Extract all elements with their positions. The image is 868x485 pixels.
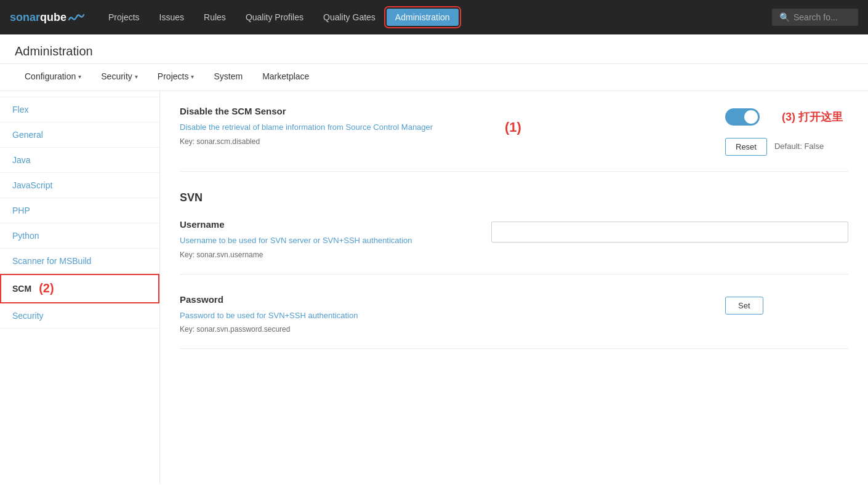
sidebar-top-placeholder bbox=[0, 91, 159, 97]
page-title: Administration bbox=[15, 44, 853, 58]
sidebar-item-php[interactable]: PHP bbox=[0, 198, 159, 223]
sidebar: Flex General Java JavaScript PHP Python … bbox=[0, 91, 160, 484]
sidebar-item-java[interactable]: Java bbox=[0, 148, 159, 173]
annotation-1: (1) bbox=[505, 119, 521, 135]
nav-rules[interactable]: Rules bbox=[195, 9, 235, 26]
nav-issues[interactable]: Issues bbox=[151, 9, 193, 26]
setting-control-password: Set bbox=[725, 294, 848, 315]
setting-control-disable-scm: (3) 打开这里 Reset Default: False bbox=[725, 106, 848, 156]
sidebar-item-javascript[interactable]: JavaScript bbox=[0, 173, 159, 198]
sidebar-item-python[interactable]: Python bbox=[0, 223, 159, 249]
page-header: Administration bbox=[0, 34, 868, 64]
annotation-2: (2) bbox=[39, 281, 54, 295]
default-label: Default: False bbox=[774, 137, 824, 156]
setting-info-password: Password Password to be used for SVN+SSH… bbox=[180, 294, 710, 334]
main-layout: Flex General Java JavaScript PHP Python … bbox=[0, 91, 868, 484]
sidebar-item-general[interactable]: General bbox=[0, 122, 159, 148]
setting-title-username: Username bbox=[180, 219, 476, 230]
sidebar-item-security[interactable]: Security bbox=[0, 303, 159, 329]
subnav-security[interactable]: Security ▾ bbox=[91, 64, 148, 90]
setting-row-password: Password Password to be used for SVN+SSH… bbox=[180, 294, 848, 334]
sidebar-item-scanner-msbuild[interactable]: Scanner for MSBuild bbox=[0, 249, 159, 274]
main-content: Disable the SCM Sensor Disable the retri… bbox=[160, 91, 868, 484]
search-box[interactable]: 🔍 Search fo... bbox=[772, 9, 858, 26]
setting-row-username: Username Username to be used for SVN ser… bbox=[180, 219, 848, 259]
setting-desc-username: Username to be used for SVN server or SV… bbox=[180, 234, 476, 247]
username-input[interactable] bbox=[491, 222, 848, 242]
annotation-3: (3) 打开这里 bbox=[782, 110, 843, 124]
toggle-row: (3) 打开这里 bbox=[725, 108, 843, 126]
subnav-configuration[interactable]: Configuration ▾ bbox=[15, 64, 91, 90]
setting-title-disable-scm: Disable the SCM Sensor bbox=[180, 106, 710, 116]
nav-administration[interactable]: Administration bbox=[387, 9, 459, 26]
section-disable-scm: Disable the SCM Sensor Disable the retri… bbox=[180, 106, 848, 172]
nav-quality-profiles[interactable]: Quality Profiles bbox=[237, 9, 312, 26]
setting-key-password: Key: sonar.svn.password.secured bbox=[180, 325, 710, 334]
setting-key-disable-scm: Key: sonar.scm.disabled bbox=[180, 137, 710, 146]
sub-navigation: Configuration ▾ Security ▾ Projects ▾ Sy… bbox=[0, 64, 868, 91]
section-password: Password Password to be used for SVN+SSH… bbox=[180, 294, 848, 350]
setting-key-username: Key: sonar.svn.username bbox=[180, 251, 476, 259]
setting-info-username: Username Username to be used for SVN ser… bbox=[180, 219, 476, 259]
nav-quality-gates[interactable]: Quality Gates bbox=[315, 9, 384, 26]
toggle-knob bbox=[744, 110, 758, 124]
chevron-down-icon: ▾ bbox=[78, 73, 81, 80]
top-navigation: sonarqube Projects Issues Rules Quality … bbox=[0, 0, 868, 34]
setting-title-password: Password bbox=[180, 294, 710, 305]
subnav-system[interactable]: System bbox=[204, 64, 252, 90]
search-icon: 🔍 bbox=[779, 12, 790, 22]
nav-projects[interactable]: Projects bbox=[100, 9, 148, 26]
search-placeholder: Search fo... bbox=[794, 12, 838, 22]
section-username: Username Username to be used for SVN ser… bbox=[180, 219, 848, 275]
setting-info-disable-scm: Disable the SCM Sensor Disable the retri… bbox=[180, 106, 710, 146]
reset-button[interactable]: Reset bbox=[725, 138, 767, 156]
logo[interactable]: sonarqube bbox=[10, 11, 85, 24]
chevron-down-icon: ▾ bbox=[135, 73, 138, 80]
subnav-projects[interactable]: Projects ▾ bbox=[148, 64, 204, 90]
sidebar-item-flex[interactable]: Flex bbox=[0, 97, 159, 122]
setting-desc-password: Password to be used for SVN+SSH authenti… bbox=[180, 310, 710, 322]
svn-section-heading: SVN bbox=[180, 191, 848, 204]
setting-desc-disable-scm: Disable the retrieval of blame informati… bbox=[180, 121, 710, 134]
nav-items: Projects Issues Rules Quality Profiles Q… bbox=[100, 9, 772, 26]
sidebar-item-scm[interactable]: SCM (2) bbox=[0, 274, 159, 303]
subnav-marketplace[interactable]: Marketplace bbox=[252, 64, 319, 90]
scm-disable-toggle[interactable] bbox=[725, 108, 760, 126]
set-password-button[interactable]: Set bbox=[725, 297, 763, 315]
setting-control-username bbox=[491, 219, 848, 242]
chevron-down-icon: ▾ bbox=[191, 73, 194, 80]
reset-default-row: Reset Default: False bbox=[725, 137, 824, 156]
logo-wave-icon bbox=[68, 11, 85, 23]
